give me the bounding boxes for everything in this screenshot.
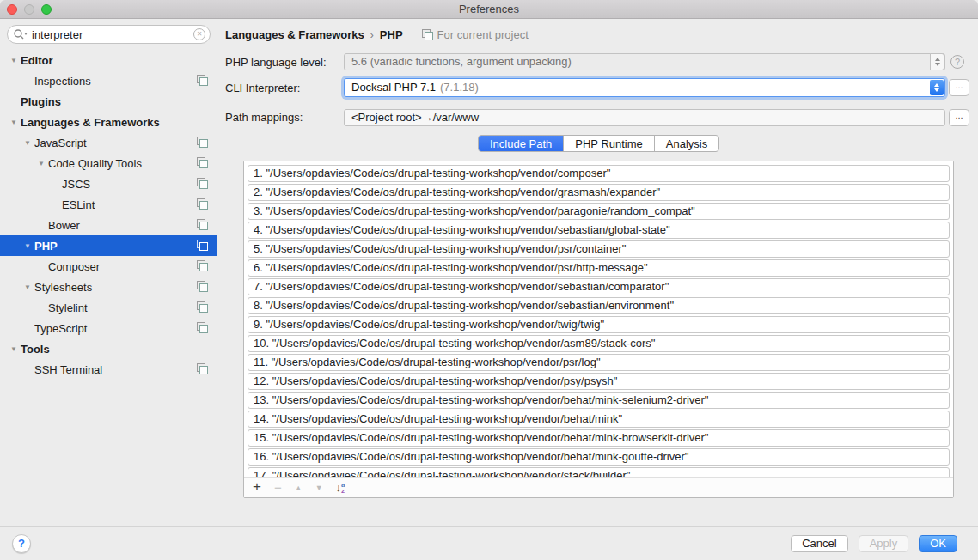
sidebar-item-ssh-terminal[interactable]: SSH Terminal	[0, 359, 217, 380]
sidebar-item-code-quality-tools[interactable]: ▼Code Quality Tools	[0, 153, 217, 173]
breadcrumb-separator-icon: ›	[364, 29, 380, 41]
language-level-help-icon[interactable]: ?	[950, 55, 964, 69]
tab-analysis[interactable]: Analysis	[655, 136, 718, 151]
current-project-icon	[197, 137, 208, 148]
sidebar-item-php[interactable]: ▼PHP	[0, 235, 217, 256]
sidebar-item-label: PHP	[34, 240, 58, 253]
scope-label: For current project	[437, 28, 529, 41]
remove-path-button[interactable]: −	[274, 480, 282, 495]
traffic-lights	[7, 4, 52, 15]
sidebar-item-label: Code Quality Tools	[48, 157, 142, 170]
expand-arrow-icon[interactable]: ▼	[7, 57, 21, 64]
apply-button[interactable]: Apply	[859, 535, 909, 552]
select-stepper-icon[interactable]	[930, 80, 944, 95]
clear-search-icon[interactable]: ✕	[193, 28, 205, 40]
cli-interpreter-select[interactable]: Docksal PHP 7.1(7.1.18)	[344, 78, 945, 97]
tab-php-runtime[interactable]: PHP Runtime	[564, 136, 655, 151]
current-project-icon	[197, 281, 208, 292]
include-path-row[interactable]: 5. "/Users/opdavies/Code/os/drupal-testi…	[248, 240, 950, 258]
current-project-icon	[197, 301, 208, 313]
sidebar-item-plugins[interactable]: Plugins	[0, 91, 217, 112]
tab-include-path[interactable]: Include Path	[479, 136, 564, 151]
sidebar-item-composer[interactable]: Composer	[0, 256, 217, 277]
expand-arrow-icon[interactable]: ▼	[34, 160, 48, 167]
include-path-row[interactable]: 10. "/Users/opdavies/Code/os/drupal-test…	[248, 335, 950, 352]
expand-arrow-icon[interactable]: ▼	[21, 283, 34, 291]
help-button[interactable]: ?	[12, 534, 31, 553]
zoom-button[interactable]	[41, 4, 52, 15]
include-path-row[interactable]: 9. "/Users/opdavies/Code/os/drupal-testi…	[248, 316, 950, 333]
search-input[interactable]	[7, 25, 211, 44]
sidebar-item-editor[interactable]: ▼Editor	[0, 50, 217, 70]
sidebar-item-jscs[interactable]: JSCS	[0, 173, 217, 194]
settings-sidebar: ✕ ▼EditorInspectionsPlugins▼Languages & …	[0, 19, 217, 526]
include-path-row[interactable]: 12. "/Users/opdavies/Code/os/drupal-test…	[248, 373, 950, 390]
sort-alphabetically-button[interactable]: ↓ az	[336, 481, 345, 494]
include-path-row[interactable]: 2. "/Users/opdavies/Code/os/drupal-testi…	[248, 184, 950, 201]
expand-arrow-icon[interactable]: ▼	[7, 119, 21, 126]
sidebar-item-languages-frameworks[interactable]: ▼Languages & Frameworks	[0, 112, 217, 132]
cancel-button[interactable]: Cancel	[791, 535, 847, 552]
include-path-row[interactable]: 4. "/Users/opdavies/Code/os/drupal-testi…	[248, 222, 950, 239]
breadcrumb-page: PHP	[380, 28, 403, 41]
sidebar-item-label: Stylelint	[48, 301, 88, 314]
sidebar-item-label: Plugins	[21, 95, 61, 108]
dialog-footer: ? Cancel Apply OK	[0, 526, 978, 560]
sidebar-item-bower[interactable]: Bower	[0, 215, 217, 235]
sidebar-item-javascript[interactable]: ▼JavaScript	[0, 132, 217, 153]
ok-button[interactable]: OK	[919, 535, 957, 552]
sidebar-item-label: Tools	[21, 343, 50, 356]
path-mappings-field[interactable]: <Project root>→/var/www	[344, 109, 945, 126]
sidebar-item-eslint[interactable]: ESLint	[0, 194, 217, 215]
include-path-row[interactable]: 16. "/Users/opdavies/Code/os/drupal-test…	[248, 448, 950, 466]
sidebar-item-stylelint[interactable]: Stylelint	[0, 297, 217, 318]
sidebar-item-tools[interactable]: ▼Tools	[0, 338, 217, 359]
close-button[interactable]	[7, 4, 17, 15]
settings-content: Languages & Frameworks › PHP For current…	[218, 19, 978, 526]
current-project-icon	[197, 157, 208, 168]
current-project-icon	[197, 178, 208, 189]
minimize-button[interactable]	[24, 4, 34, 15]
include-path-row[interactable]: 3. "/Users/opdavies/Code/os/drupal-testi…	[248, 203, 950, 220]
expand-arrow-icon[interactable]: ▼	[7, 345, 21, 353]
sidebar-item-inspections[interactable]: Inspections	[0, 70, 217, 91]
move-up-button[interactable]: ▲	[295, 484, 303, 492]
php-settings-tabs: Include PathPHP RuntimeAnalysis	[478, 135, 719, 152]
current-project-icon	[422, 29, 433, 40]
current-project-icon	[197, 198, 208, 210]
list-toolbar: + − ▲ ▼ ↓ az	[244, 477, 953, 497]
include-path-row[interactable]: 6. "/Users/opdavies/Code/os/drupal-testi…	[248, 259, 950, 277]
expand-arrow-icon[interactable]: ▼	[21, 139, 34, 147]
window-title: Preferences	[0, 3, 978, 15]
breadcrumb-section[interactable]: Languages & Frameworks	[225, 28, 364, 41]
language-level-label: PHP language level:	[225, 56, 327, 69]
include-path-row[interactable]: 8. "/Users/opdavies/Code/os/drupal-testi…	[248, 297, 950, 314]
sidebar-item-label: JavaScript	[34, 137, 87, 149]
sidebar-item-label: TypeScript	[34, 322, 87, 335]
move-down-button[interactable]: ▼	[315, 484, 323, 492]
include-path-row[interactable]: 14. "/Users/opdavies/Code/os/drupal-test…	[248, 411, 950, 428]
language-level-select[interactable]: 5.6 (variadic functions, argument unpack…	[344, 53, 945, 70]
sidebar-item-label: Inspections	[34, 75, 91, 88]
sidebar-item-stylesheets[interactable]: ▼Stylesheets	[0, 277, 217, 297]
include-path-row[interactable]: 7. "/Users/opdavies/Code/os/drupal-testi…	[248, 278, 950, 295]
sidebar-item-label: Stylesheets	[34, 281, 92, 294]
include-path-row[interactable]: 1. "/Users/opdavies/Code/os/drupal-testi…	[248, 165, 950, 182]
include-path-panel: 1. "/Users/opdavies/Code/os/drupal-testi…	[243, 161, 954, 498]
language-level-value: 5.6 (variadic functions, argument unpack…	[351, 55, 572, 68]
search-filter-arrow-icon	[24, 33, 28, 35]
include-path-row[interactable]: 15. "/Users/opdavies/Code/os/drupal-test…	[248, 429, 950, 447]
current-project-icon	[197, 363, 208, 374]
include-path-row[interactable]: 13. "/Users/opdavies/Code/os/drupal-test…	[248, 392, 950, 409]
current-project-icon	[197, 322, 208, 333]
expand-arrow-icon[interactable]: ▼	[21, 242, 34, 250]
settings-tree: ▼EditorInspectionsPlugins▼Languages & Fr…	[0, 50, 217, 380]
cli-interpreter-browse-button[interactable]: ...	[949, 79, 969, 96]
include-path-row[interactable]: 11. "/Users/opdavies/Code/os/drupal-test…	[248, 354, 950, 371]
path-mappings-label: Path mappings:	[225, 111, 303, 124]
path-mappings-browse-button[interactable]: ...	[949, 109, 969, 126]
select-stepper-icon[interactable]	[930, 53, 944, 70]
sidebar-item-label: Languages & Frameworks	[21, 116, 160, 129]
add-path-button[interactable]: +	[253, 478, 261, 496]
sidebar-item-typescript[interactable]: TypeScript	[0, 318, 217, 338]
